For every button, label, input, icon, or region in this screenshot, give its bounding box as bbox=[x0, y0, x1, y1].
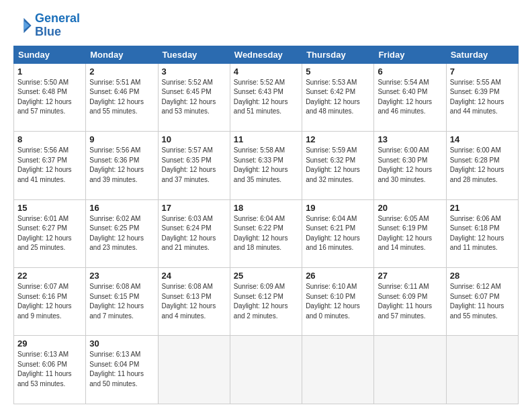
header-sunday: Sunday bbox=[14, 46, 86, 63]
header-monday: Monday bbox=[86, 46, 158, 63]
day-number: 11 bbox=[234, 134, 298, 144]
day-detail: Sunrise: 6:06 AMSunset: 6:18 PMDaylight:… bbox=[450, 214, 515, 253]
header-friday: Friday bbox=[374, 46, 446, 63]
day-number: 6 bbox=[378, 66, 442, 77]
day-detail: Sunrise: 6:10 AMSunset: 6:10 PMDaylight:… bbox=[306, 282, 370, 321]
day-detail: Sunrise: 6:09 AMSunset: 6:12 PMDaylight:… bbox=[234, 282, 298, 321]
day-number: 10 bbox=[162, 134, 226, 144]
calendar-cell: 10Sunrise: 5:57 AMSunset: 6:35 PMDayligh… bbox=[158, 132, 230, 199]
calendar-cell: 28Sunrise: 6:12 AMSunset: 6:07 PMDayligh… bbox=[446, 268, 518, 336]
day-number: 20 bbox=[378, 203, 442, 213]
calendar-cell: 12Sunrise: 5:59 AMSunset: 6:32 PMDayligh… bbox=[302, 132, 374, 199]
calendar-cell: 24Sunrise: 6:08 AMSunset: 6:13 PMDayligh… bbox=[158, 268, 230, 336]
day-detail: Sunrise: 6:08 AMSunset: 6:15 PMDaylight:… bbox=[89, 282, 154, 321]
calendar-cell: 26Sunrise: 6:10 AMSunset: 6:10 PMDayligh… bbox=[302, 268, 374, 336]
calendar-cell bbox=[230, 336, 302, 404]
header-wednesday: Wednesday bbox=[230, 46, 302, 63]
day-number: 8 bbox=[17, 134, 82, 144]
day-number: 9 bbox=[89, 134, 154, 144]
calendar-cell: 17Sunrise: 6:03 AMSunset: 6:24 PMDayligh… bbox=[158, 199, 230, 267]
day-number: 24 bbox=[162, 271, 226, 281]
day-detail: Sunrise: 6:11 AMSunset: 6:09 PMDaylight:… bbox=[378, 282, 442, 321]
day-number: 25 bbox=[234, 271, 298, 281]
day-detail: Sunrise: 5:55 AMSunset: 6:39 PMDaylight:… bbox=[450, 78, 515, 117]
calendar-row-3: 15Sunrise: 6:01 AMSunset: 6:27 PMDayligh… bbox=[14, 199, 519, 267]
calendar-cell: 22Sunrise: 6:07 AMSunset: 6:16 PMDayligh… bbox=[14, 268, 86, 336]
day-number: 16 bbox=[89, 203, 154, 213]
day-number: 3 bbox=[162, 66, 226, 77]
calendar-table: Sunday Monday Tuesday Wednesday Thursday… bbox=[13, 46, 519, 404]
calendar-cell: 15Sunrise: 6:01 AMSunset: 6:27 PMDayligh… bbox=[14, 199, 86, 267]
day-number: 4 bbox=[234, 66, 298, 77]
calendar-cell: 13Sunrise: 6:00 AMSunset: 6:30 PMDayligh… bbox=[374, 132, 446, 199]
calendar-body: 1Sunrise: 5:50 AMSunset: 6:48 PMDaylight… bbox=[14, 63, 519, 404]
day-detail: Sunrise: 5:50 AMSunset: 6:48 PMDaylight:… bbox=[17, 78, 82, 117]
header-tuesday: Tuesday bbox=[158, 46, 230, 63]
day-detail: Sunrise: 5:52 AMSunset: 6:43 PMDaylight:… bbox=[234, 78, 298, 117]
calendar-cell: 16Sunrise: 6:02 AMSunset: 6:25 PMDayligh… bbox=[86, 199, 158, 267]
day-number: 29 bbox=[17, 338, 82, 349]
weekday-header-row: Sunday Monday Tuesday Wednesday Thursday… bbox=[14, 46, 519, 63]
day-detail: Sunrise: 6:01 AMSunset: 6:27 PMDaylight:… bbox=[17, 214, 82, 253]
calendar-cell: 21Sunrise: 6:06 AMSunset: 6:18 PMDayligh… bbox=[446, 199, 518, 267]
logo-text: General Blue bbox=[35, 12, 80, 39]
day-number: 1 bbox=[17, 66, 82, 77]
calendar-cell: 5Sunrise: 5:53 AMSunset: 6:42 PMDaylight… bbox=[302, 63, 374, 131]
calendar-cell bbox=[374, 336, 446, 404]
header-thursday: Thursday bbox=[302, 46, 374, 63]
day-detail: Sunrise: 6:07 AMSunset: 6:16 PMDaylight:… bbox=[17, 282, 82, 321]
day-detail: Sunrise: 5:52 AMSunset: 6:45 PMDaylight:… bbox=[162, 78, 226, 117]
calendar-row-2: 8Sunrise: 5:56 AMSunset: 6:37 PMDaylight… bbox=[14, 132, 519, 199]
day-number: 17 bbox=[162, 203, 226, 213]
day-number: 18 bbox=[234, 203, 298, 213]
calendar-row-5: 29Sunrise: 6:13 AMSunset: 6:06 PMDayligh… bbox=[14, 336, 519, 404]
day-number: 19 bbox=[306, 203, 370, 213]
day-number: 12 bbox=[306, 134, 370, 144]
day-detail: Sunrise: 5:59 AMSunset: 6:32 PMDaylight:… bbox=[306, 146, 370, 185]
day-number: 26 bbox=[306, 271, 370, 281]
day-detail: Sunrise: 5:51 AMSunset: 6:46 PMDaylight:… bbox=[89, 78, 154, 117]
day-number: 7 bbox=[450, 66, 515, 77]
day-detail: Sunrise: 6:04 AMSunset: 6:21 PMDaylight:… bbox=[306, 214, 370, 253]
day-detail: Sunrise: 6:03 AMSunset: 6:24 PMDaylight:… bbox=[162, 214, 226, 253]
calendar-cell bbox=[302, 336, 374, 404]
calendar-cell: 7Sunrise: 5:55 AMSunset: 6:39 PMDaylight… bbox=[446, 63, 518, 131]
day-detail: Sunrise: 5:58 AMSunset: 6:33 PMDaylight:… bbox=[234, 146, 298, 185]
calendar-row-4: 22Sunrise: 6:07 AMSunset: 6:16 PMDayligh… bbox=[14, 268, 519, 336]
calendar-cell: 23Sunrise: 6:08 AMSunset: 6:15 PMDayligh… bbox=[86, 268, 158, 336]
day-detail: Sunrise: 5:54 AMSunset: 6:40 PMDaylight:… bbox=[378, 78, 442, 117]
day-detail: Sunrise: 6:13 AMSunset: 6:06 PMDaylight:… bbox=[17, 350, 82, 389]
day-detail: Sunrise: 6:00 AMSunset: 6:28 PMDaylight:… bbox=[450, 146, 515, 185]
day-number: 22 bbox=[17, 271, 82, 281]
logo-icon bbox=[13, 16, 32, 35]
calendar-cell: 2Sunrise: 5:51 AMSunset: 6:46 PMDaylight… bbox=[86, 63, 158, 131]
day-number: 14 bbox=[450, 134, 515, 144]
day-detail: Sunrise: 6:13 AMSunset: 6:04 PMDaylight:… bbox=[89, 350, 154, 389]
day-detail: Sunrise: 6:05 AMSunset: 6:19 PMDaylight:… bbox=[378, 214, 442, 253]
day-detail: Sunrise: 6:12 AMSunset: 6:07 PMDaylight:… bbox=[450, 282, 515, 321]
day-detail: Sunrise: 5:56 AMSunset: 6:37 PMDaylight:… bbox=[17, 146, 82, 185]
header: General Blue bbox=[13, 12, 519, 39]
day-number: 28 bbox=[450, 271, 515, 281]
page: General Blue Sunday Monday Tuesday Wedne… bbox=[0, 0, 532, 411]
day-number: 21 bbox=[450, 203, 515, 213]
header-saturday: Saturday bbox=[446, 46, 518, 63]
calendar-cell: 1Sunrise: 5:50 AMSunset: 6:48 PMDaylight… bbox=[14, 63, 86, 131]
logo: General Blue bbox=[13, 12, 80, 39]
day-detail: Sunrise: 6:00 AMSunset: 6:30 PMDaylight:… bbox=[378, 146, 442, 185]
day-detail: Sunrise: 5:56 AMSunset: 6:36 PMDaylight:… bbox=[89, 146, 154, 185]
calendar-cell: 20Sunrise: 6:05 AMSunset: 6:19 PMDayligh… bbox=[374, 199, 446, 267]
calendar-cell: 3Sunrise: 5:52 AMSunset: 6:45 PMDaylight… bbox=[158, 63, 230, 131]
day-number: 13 bbox=[378, 134, 442, 144]
calendar-cell: 6Sunrise: 5:54 AMSunset: 6:40 PMDaylight… bbox=[374, 63, 446, 131]
calendar-cell: 30Sunrise: 6:13 AMSunset: 6:04 PMDayligh… bbox=[86, 336, 158, 404]
day-detail: Sunrise: 6:08 AMSunset: 6:13 PMDaylight:… bbox=[162, 282, 226, 321]
calendar-cell bbox=[158, 336, 230, 404]
day-detail: Sunrise: 6:02 AMSunset: 6:25 PMDaylight:… bbox=[89, 214, 154, 253]
calendar-cell: 9Sunrise: 5:56 AMSunset: 6:36 PMDaylight… bbox=[86, 132, 158, 199]
day-number: 2 bbox=[89, 66, 154, 77]
calendar-cell: 19Sunrise: 6:04 AMSunset: 6:21 PMDayligh… bbox=[302, 199, 374, 267]
calendar-cell: 18Sunrise: 6:04 AMSunset: 6:22 PMDayligh… bbox=[230, 199, 302, 267]
calendar-cell: 25Sunrise: 6:09 AMSunset: 6:12 PMDayligh… bbox=[230, 268, 302, 336]
day-detail: Sunrise: 5:57 AMSunset: 6:35 PMDaylight:… bbox=[162, 146, 226, 185]
